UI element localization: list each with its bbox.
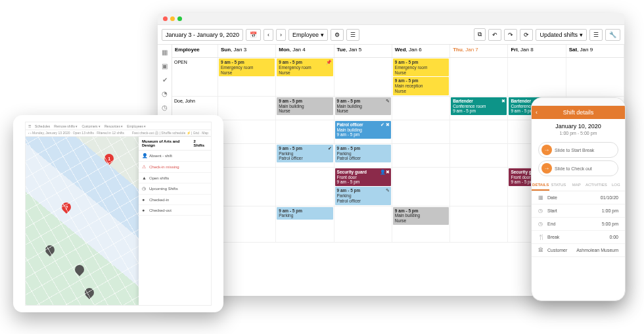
arrow-icon: → (541, 163, 552, 174)
undo-icon[interactable]: ↶ (488, 29, 501, 41)
panel-item[interactable]: ◷Upcoming Shifts (139, 183, 211, 195)
grid-icon[interactable]: ▦ (162, 49, 168, 56)
pie-icon[interactable]: ◔ (162, 90, 168, 97)
shift[interactable]: ✖BartenderConference room9 am - 5 pm (451, 97, 507, 115)
map-pin[interactable]: 1 (103, 152, 116, 165)
tablet-screen: ☰ SchedulesRemove shifts ▾Customers ▾Res… (25, 122, 212, 306)
back-icon[interactable]: ‹ (536, 109, 538, 116)
panel-item[interactable]: 👤Absent - shift (139, 151, 211, 162)
slide-check-out[interactable]: →Slide to Check out (538, 160, 618, 176)
arrow-icon: → (541, 145, 552, 155)
tab-activities[interactable]: ACTIVITIES (586, 180, 607, 191)
slide-start-break[interactable]: →Slide to Start Break (538, 142, 618, 158)
shift[interactable]: 9 am - 5 pmParking (277, 207, 333, 220)
tablet-device: ☰ SchedulesRemove shifts ▾Customers ▾Res… (13, 115, 223, 312)
tab-status[interactable]: STATUS (549, 180, 567, 191)
check-icon: ✔ (328, 146, 332, 151)
refresh-icon[interactable]: ⟳ (520, 29, 533, 41)
shift[interactable]: 9 am - 5 pmEmergency roomNurse (393, 59, 449, 76)
panel-item[interactable]: ●Checked-in (139, 195, 211, 205)
map-pin[interactable] (43, 243, 57, 256)
open-icon: ▲ (142, 176, 147, 180)
user-cancel-icon: 👤✖ (380, 170, 390, 175)
shift[interactable]: 📌9 am - 5 pmEmergency roomNurse (277, 59, 333, 76)
menu-icon[interactable]: ☰ (28, 124, 31, 128)
panel-header: Museum of Arts and Design2 Shifts (139, 137, 211, 151)
shift[interactable]: ✔9 am - 5 pmParkingPatrol officer (277, 145, 333, 162)
day-header[interactable]: Fri, Jan 8 (508, 45, 566, 57)
shift[interactable]: ✔ ✖Patrol officerMain building9 am - 5 p… (335, 121, 391, 139)
more-icon[interactable]: ☰ (589, 29, 603, 41)
wrench-icon[interactable]: 🔧 (605, 29, 620, 41)
panel-item-alert[interactable]: ⚠Check-in missing (139, 162, 211, 173)
clock-icon: ◷ (538, 221, 545, 227)
check-cancel-icon: ✔ ✖ (380, 122, 390, 128)
tablet-toolbar: ☰ SchedulesRemove shifts ▾Customers ▾Res… (26, 122, 211, 130)
settings-icon[interactable]: ⚙ (331, 29, 344, 41)
redo-icon[interactable]: ↷ (504, 29, 517, 41)
next-button[interactable]: › (276, 29, 286, 41)
map-side-panel: Museum of Arts and Design2 Shifts 👤Absen… (139, 137, 211, 305)
day-header[interactable]: Mon, Jan 4 (276, 45, 334, 57)
toolbar: January 3 - January 9, 2020 📅 ‹ › Employ… (158, 25, 624, 45)
shift[interactable]: 9 am - 5 pmMain receptionNurse (393, 77, 449, 95)
alert-icon: ⚠ (142, 164, 147, 170)
day-header[interactable]: Wed, Jan 6 (392, 45, 450, 57)
map-pin[interactable] (73, 263, 86, 276)
groupby-select[interactable]: Employee ▾ (288, 29, 328, 41)
day-header[interactable]: Tue, Jan 5 (334, 45, 392, 57)
day-header[interactable]: Sun, Jan 3 (218, 45, 276, 57)
clock-icon: ◷ (538, 208, 545, 214)
copy-icon[interactable]: ⧉ (474, 28, 486, 41)
employee-header: Employee (172, 45, 218, 57)
detail-row: ◷End5:00 pm (532, 218, 625, 231)
max-dot[interactable] (177, 16, 182, 21)
phone-statusbar (532, 98, 625, 106)
edit-icon: ✎ (386, 188, 390, 193)
filter-select[interactable]: Updated shifts ▾ (536, 29, 587, 41)
window-titlebar (158, 13, 624, 25)
person-icon: 👤 (142, 153, 147, 158)
tab-map[interactable]: MAP (568, 180, 586, 191)
tablet-body: 1 ? Museum of Arts and Design2 Shifts 👤A… (26, 137, 211, 305)
cancel-icon: ✖ (501, 99, 505, 104)
tab-log[interactable]: LOG (607, 180, 625, 191)
shift[interactable]: 9 am - 5 pmParkingPatrol officer (335, 145, 391, 162)
row-label: OPEN (172, 58, 218, 96)
panel-item[interactable]: ▲Open shifts (139, 173, 211, 183)
shift[interactable]: 9 am - 5 pmMain buildingNurse (277, 97, 333, 115)
min-dot[interactable] (170, 16, 175, 21)
close-dot[interactable] (163, 16, 168, 21)
phone-header: ‹ Shift details (532, 106, 625, 119)
panel-item[interactable]: ●Checked-out (139, 205, 211, 216)
shift[interactable]: ✎9 am - 5 pmMain buildingNurse (335, 97, 391, 115)
calendar-icon: ▦ (538, 195, 545, 201)
date-range[interactable]: January 3 - January 9, 2020 (162, 29, 243, 41)
day-header[interactable]: Sat, Jan 9 (566, 45, 624, 57)
tab-details[interactable]: DETAILS (532, 180, 549, 191)
shift-time: 1:00 pm - 5:00 pm (532, 131, 625, 139)
tablet-subbar: ‹ › Monday, January 13 2020 · Open 13 sh… (26, 130, 211, 137)
calendar-icon[interactable]: 📅 (246, 29, 261, 41)
checkin-icon: ● (142, 197, 147, 202)
list-icon[interactable]: ☰ (346, 29, 359, 41)
phone-device: ‹ Shift details January 10, 2020 1:00 pm… (531, 97, 626, 301)
shift[interactable]: 9 am - 5 pmMain buildingNurse (393, 207, 449, 225)
map-pin[interactable] (83, 286, 96, 299)
clock-icon[interactable]: ◷ (162, 104, 168, 111)
detail-row: ◷Start1:00 pm (532, 204, 625, 218)
calendar-nav-icon[interactable]: ▣ (162, 62, 168, 70)
check-icon[interactable]: ✔ (162, 76, 168, 84)
shift[interactable]: ✎9 am - 5 pmParkingPatrol officer (335, 187, 391, 204)
pin-icon: 📌 (326, 60, 332, 65)
day-header[interactable]: Thu, Jan 7 (450, 45, 508, 57)
clock-icon: ◷ (142, 186, 147, 191)
prev-button[interactable]: ‹ (264, 29, 273, 41)
detail-row: ▦Date01/10/20 (532, 191, 625, 204)
shift-date: January 10, 2020 (532, 119, 625, 131)
map-pin[interactable]: ? (60, 201, 73, 214)
detail-row: 🍴Break0:00 (532, 231, 625, 244)
shift[interactable]: 9 am - 5 pmEmergency roomNurse (219, 59, 275, 76)
grid-header: Employee Sun, Jan 3 Mon, Jan 4 Tue, Jan … (172, 45, 624, 58)
shift[interactable]: 👤✖Security guardFront door9 am - 5 pm (335, 168, 391, 186)
